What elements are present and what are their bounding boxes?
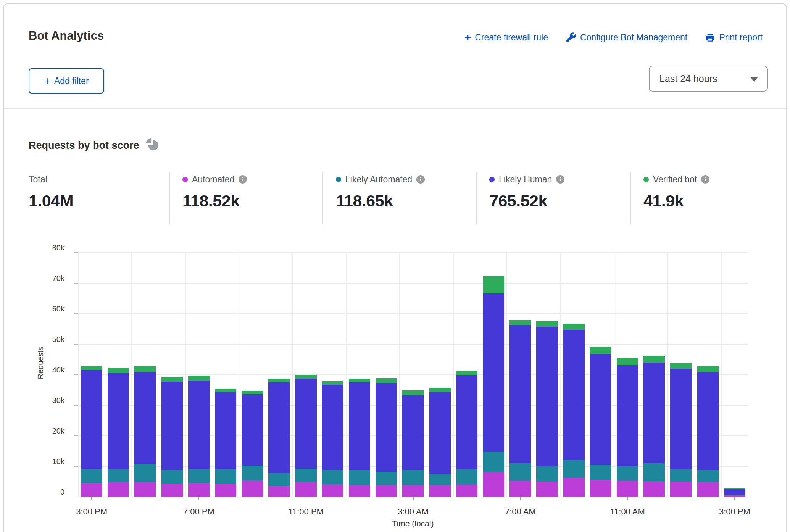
bar-segment-verified-bot[interactable] [697, 366, 719, 372]
bar-segment-verified-bot[interactable] [536, 321, 558, 327]
bar-segment-likely-human[interactable] [509, 325, 531, 463]
bar-segment-verified-bot[interactable] [268, 379, 290, 382]
bar-segment-likely-human[interactable] [295, 379, 317, 469]
bar-segment-likely-human[interactable] [617, 365, 638, 466]
bar-segment-likely-automated[interactable] [108, 469, 129, 482]
print-report-link[interactable]: Print report [705, 32, 763, 43]
bar-segment-likely-automated[interactable] [590, 465, 611, 480]
bar-segment-verified-bot[interactable] [483, 276, 504, 293]
bar-segment-likely-human[interactable] [724, 489, 745, 494]
bar-segment-automated[interactable] [242, 480, 263, 497]
stacked-bar-12-00-am[interactable] [322, 381, 343, 497]
bar-segment-verified-bot[interactable] [456, 371, 477, 375]
bar-segment-automated[interactable] [509, 481, 531, 497]
bar-segment-likely-automated[interactable] [215, 469, 236, 484]
bar-segment-verified-bot[interactable] [402, 390, 424, 395]
bar-segment-verified-bot[interactable] [134, 366, 156, 372]
bar-segment-automated[interactable] [81, 483, 102, 497]
bar-segment-likely-automated[interactable] [536, 466, 558, 482]
bar-segment-likely-human[interactable] [188, 381, 210, 469]
bar-segment-automated[interactable] [643, 481, 665, 497]
bar-segment-likely-human[interactable] [242, 394, 263, 466]
bar-segment-automated[interactable] [134, 482, 156, 497]
bar-segment-likely-human[interactable] [81, 370, 102, 469]
bar-segment-automated[interactable] [697, 482, 719, 497]
bar-segment-likely-automated[interactable] [268, 473, 290, 486]
bar-segment-verified-bot[interactable] [161, 377, 183, 382]
stacked-bar-9-00-am[interactable] [563, 324, 585, 497]
bar-segment-likely-automated[interactable] [509, 463, 531, 481]
bar-segment-likely-automated[interactable] [242, 466, 263, 480]
info-icon[interactable]: i [239, 175, 247, 184]
bar-segment-likely-human[interactable] [268, 382, 290, 473]
stacked-bar-6-00-pm[interactable] [161, 377, 183, 497]
stacked-bar-1-00-am[interactable] [349, 379, 370, 497]
bar-segment-likely-automated[interactable] [617, 466, 638, 481]
bar-segment-verified-bot[interactable] [242, 391, 263, 394]
stacked-bar-5-00-pm[interactable] [134, 366, 156, 497]
bar-segment-automated[interactable] [670, 482, 692, 497]
bar-segment-likely-human[interactable] [536, 327, 558, 466]
stacked-bar-5-00-am[interactable] [456, 371, 477, 497]
stacked-bar-10-00-pm[interactable] [268, 379, 290, 497]
bar-segment-automated[interactable] [456, 485, 477, 497]
bar-segment-verified-bot[interactable] [295, 375, 317, 379]
stacked-bar-8-00-pm[interactable] [215, 389, 236, 497]
bar-segment-verified-bot[interactable] [429, 388, 451, 392]
stacked-bar-2-00-pm[interactable] [697, 366, 719, 497]
bar-segment-likely-human[interactable] [376, 383, 397, 472]
bar-segment-likely-human[interactable] [349, 382, 370, 470]
bar-segment-likely-human[interactable] [697, 372, 719, 471]
bar-segment-likely-human[interactable] [215, 392, 236, 469]
bar-segment-automated[interactable] [349, 485, 370, 497]
bar-segment-likely-human[interactable] [590, 354, 611, 465]
stacked-bar-10-00-am[interactable] [590, 347, 611, 497]
bar-segment-automated[interactable] [429, 485, 451, 497]
bar-segment-likely-automated[interactable] [376, 472, 397, 485]
stacked-bar-11-00-am[interactable] [617, 358, 638, 497]
bar-segment-likely-automated[interactable] [563, 460, 585, 478]
bar-segment-verified-bot[interactable] [643, 356, 665, 363]
bar-segment-verified-bot[interactable] [81, 366, 102, 370]
bar-segment-verified-bot[interactable] [376, 378, 397, 383]
info-icon[interactable]: i [416, 175, 425, 184]
bar-segment-verified-bot[interactable] [670, 363, 692, 369]
bar-segment-likely-automated[interactable] [349, 470, 370, 486]
bar-segment-automated[interactable] [376, 485, 397, 497]
stacked-bar-7-00-pm[interactable] [188, 376, 210, 497]
configure-bot-management-link[interactable]: Configure Bot Management [566, 32, 687, 43]
bar-segment-verified-bot[interactable] [617, 358, 638, 365]
add-filter-button[interactable]: + Add filter [29, 68, 104, 94]
bar-segment-verified-bot[interactable] [590, 347, 611, 353]
bar-segment-automated[interactable] [161, 484, 183, 497]
bar-segment-automated[interactable] [483, 472, 504, 497]
create-firewall-rule-link[interactable]: + Create firewall rule [464, 32, 548, 43]
bar-segment-likely-automated[interactable] [322, 470, 343, 484]
bar-segment-verified-bot[interactable] [188, 376, 210, 381]
bar-segment-verified-bot[interactable] [349, 379, 370, 382]
bar-segment-likely-human[interactable] [643, 363, 665, 463]
stacked-bar-9-00-pm[interactable] [242, 391, 263, 497]
bar-segment-automated[interactable] [295, 482, 317, 497]
stacked-bar-4-00-am[interactable] [429, 388, 451, 497]
bar-segment-likely-automated[interactable] [134, 464, 156, 482]
stacked-bar-1-00-pm[interactable] [670, 363, 692, 497]
bar-segment-likely-human[interactable] [429, 392, 451, 474]
bar-segment-likely-automated[interactable] [456, 469, 477, 485]
time-range-select[interactable]: Last 24 hours [649, 66, 768, 92]
bar-segment-automated[interactable] [402, 485, 424, 497]
stacked-bar-3-00-pm[interactable] [81, 366, 102, 497]
bar-segment-verified-bot[interactable] [563, 324, 585, 330]
bar-segment-likely-human[interactable] [108, 373, 129, 469]
stacked-bar-2-00-am[interactable] [376, 378, 397, 497]
bar-segment-automated[interactable] [617, 481, 638, 497]
bar-segment-likely-automated[interactable] [697, 470, 719, 482]
bar-segment-likely-automated[interactable] [643, 463, 665, 481]
bar-segment-likely-automated[interactable] [429, 474, 451, 485]
stacked-bar-3-00-am[interactable] [402, 390, 424, 497]
bar-segment-automated[interactable] [268, 486, 290, 497]
bar-segment-verified-bot[interactable] [509, 320, 531, 325]
bar-segment-likely-human[interactable] [670, 369, 692, 469]
bar-segment-verified-bot[interactable] [108, 368, 129, 373]
info-icon[interactable]: i [701, 175, 709, 184]
